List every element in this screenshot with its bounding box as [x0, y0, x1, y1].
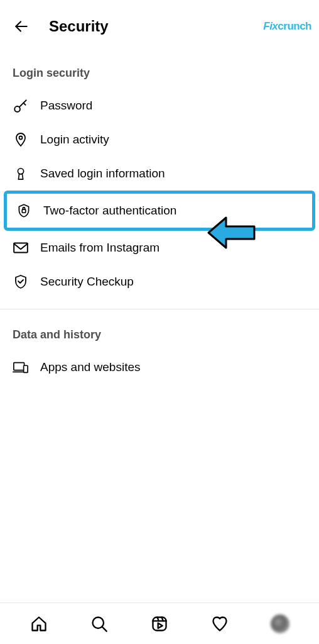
shield-lock-icon: [16, 203, 32, 219]
mail-icon: [13, 240, 29, 256]
devices-icon: [13, 359, 29, 375]
annotation-arrow: [207, 215, 257, 250]
section-login-security: Login security: [0, 48, 319, 89]
nav-home[interactable]: [30, 614, 48, 633]
menu-item-label: Apps and websites: [40, 360, 141, 374]
menu-item-label: Two-factor authentication: [43, 204, 176, 218]
shield-check-icon: [13, 274, 29, 290]
page-title: Security: [49, 18, 109, 35]
svg-rect-8: [14, 363, 24, 370]
menu-item-password[interactable]: Password: [0, 89, 319, 123]
nav-reels[interactable]: [150, 614, 169, 633]
back-button[interactable]: [13, 18, 30, 35]
menu-item-label: Saved login information: [40, 167, 165, 180]
svg-line-12: [102, 626, 107, 631]
menu-item-label: Login activity: [40, 133, 109, 147]
reels-icon: [151, 615, 168, 633]
menu-item-apps-websites[interactable]: Apps and websites: [0, 350, 319, 384]
svg-point-5: [18, 169, 23, 174]
header: Security Fixcrunch: [0, 0, 319, 48]
menu-item-label: Password: [40, 99, 92, 113]
key-icon: [13, 97, 29, 114]
svg-line-3: [23, 103, 25, 105]
svg-rect-10: [24, 365, 28, 372]
nav-search[interactable]: [90, 614, 109, 633]
svg-point-4: [19, 136, 23, 140]
keyhole-icon: [13, 165, 29, 182]
svg-marker-17: [158, 623, 163, 628]
nav-activity[interactable]: [210, 614, 229, 633]
menu-item-security-checkup[interactable]: Security Checkup: [0, 265, 319, 299]
watermark: Fixcrunch: [263, 20, 311, 33]
menu-item-saved-login[interactable]: Saved login information: [0, 157, 319, 191]
bottom-nav: [0, 602, 319, 644]
menu-item-label: Security Checkup: [40, 275, 134, 289]
menu-item-login-activity[interactable]: Login activity: [0, 123, 319, 157]
svg-line-2: [19, 100, 26, 107]
location-pin-icon: [13, 131, 29, 148]
back-arrow-icon: [13, 18, 30, 35]
section-data-history: Data and history: [0, 309, 319, 350]
nav-profile-avatar[interactable]: [271, 614, 289, 633]
svg-rect-7: [14, 243, 28, 252]
menu-item-two-factor[interactable]: Two-factor authentication: [4, 191, 315, 231]
heart-icon: [211, 615, 229, 633]
menu-item-label: Emails from Instagram: [40, 241, 160, 255]
menu-item-emails[interactable]: Emails from Instagram: [0, 231, 319, 265]
search-icon: [90, 615, 108, 633]
home-icon: [30, 615, 48, 633]
